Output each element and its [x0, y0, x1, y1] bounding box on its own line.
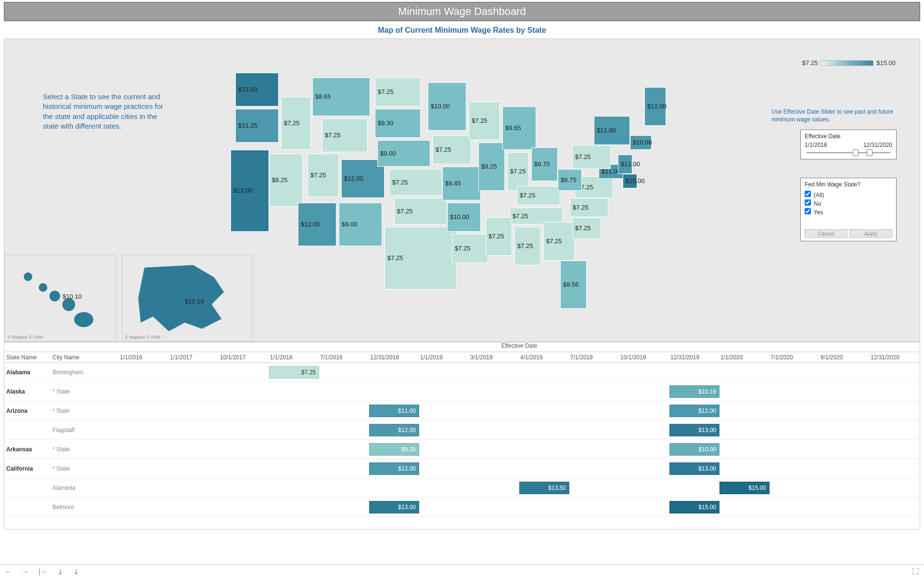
state-oregon[interactable] — [235, 109, 279, 143]
state-north-carolina[interactable] — [570, 198, 608, 217]
state-cell: Arizona — [4, 407, 51, 414]
date-header-cell: 1/1/2019 — [419, 354, 469, 361]
filter-option-yes[interactable]: Yes — [805, 208, 892, 216]
filter-option-no[interactable]: No — [805, 199, 892, 207]
fullscreen-icon[interactable]: ⛶ — [912, 567, 919, 576]
date-header-cell: 7/1/2019 — [569, 354, 619, 361]
wage-bar[interactable]: $13.00 — [669, 424, 719, 436]
wage-bar[interactable]: $10.19 — [669, 385, 719, 398]
city-cell: * State — [51, 388, 119, 395]
date-header-cell: 7/1/2020 — [770, 354, 820, 361]
wage-bar[interactable]: $11.00 — [369, 405, 419, 417]
state-kansas[interactable] — [389, 169, 442, 196]
table-row[interactable]: AlabamaBirmingham$7.25 — [4, 363, 920, 382]
slider-handle-right[interactable] — [867, 149, 873, 156]
wage-bar[interactable]: $7.25 — [269, 366, 319, 379]
svg-point-2 — [50, 290, 60, 301]
checkbox-yes[interactable] — [805, 208, 811, 214]
state-pennsylvania[interactable] — [572, 145, 611, 169]
state-wyoming[interactable] — [322, 118, 368, 152]
state-georgia[interactable] — [543, 222, 575, 261]
wage-bar[interactable]: $12.00 — [369, 424, 419, 436]
checkbox-all[interactable] — [805, 191, 811, 197]
state-kentucky[interactable] — [517, 186, 560, 205]
state-arkansas[interactable] — [447, 203, 481, 232]
nav-forward-icon[interactable]: → — [22, 567, 29, 576]
wage-bar[interactable]: $12.00 — [369, 462, 419, 475]
effective-date-slider[interactable]: Effective Date 1/1/2016 12/31/2020 — [800, 130, 897, 159]
wage-bar[interactable]: $13.50 — [519, 482, 569, 494]
state-california[interactable] — [231, 150, 269, 232]
wage-bar[interactable]: $15.00 — [669, 501, 719, 513]
date-header-cell: 7/1/2018 — [319, 354, 369, 361]
state-minnesota[interactable] — [428, 82, 466, 131]
state-missouri[interactable] — [442, 167, 481, 200]
inset-hawaii[interactable]: $10.10 © Mapbox © OSM — [4, 255, 116, 342]
state-washington[interactable] — [235, 73, 279, 106]
state-nevada[interactable] — [269, 154, 303, 207]
state-texas[interactable] — [385, 227, 457, 289]
state-montana[interactable] — [312, 78, 370, 116]
download-icon[interactable]: ⤓ — [57, 567, 64, 576]
state-iowa[interactable] — [433, 135, 471, 164]
table-row[interactable]: Belmont$13.00$15.00 — [4, 498, 920, 517]
table-row[interactable]: Arizona* State$11.00$12.00 — [4, 401, 920, 420]
state-mississippi[interactable] — [486, 217, 512, 256]
bars-area: $12.00$13.00 — [119, 420, 920, 439]
city-cell: Birmingham — [51, 369, 119, 376]
state-oklahoma[interactable] — [394, 198, 447, 224]
table-row[interactable]: California* State$12.00$13.00 — [4, 459, 920, 478]
table-row[interactable]: Alaska* State$10.19 — [4, 382, 920, 401]
inset-alaska[interactable]: $10.19 © Mapbox © OSM — [122, 255, 253, 342]
bars-area: $12.00$13.00 — [119, 459, 920, 478]
wage-bar[interactable]: $10.00 — [669, 443, 719, 456]
timeline-grid[interactable]: Effective Date State Name City Name 1/1/… — [4, 342, 920, 530]
state-south-carolina[interactable] — [572, 217, 601, 239]
grid-rows[interactable]: AlabamaBirmingham$7.25Alaska* State$10.1… — [4, 363, 920, 517]
wage-bar[interactable]: $13.00 — [669, 462, 719, 475]
state-arizona[interactable] — [298, 203, 336, 246]
state-indiana[interactable] — [507, 152, 529, 191]
wage-bar[interactable]: $13.00 — [369, 501, 419, 513]
state-maine[interactable] — [644, 87, 666, 126]
wage-bar[interactable]: $9.25 — [369, 443, 419, 456]
map-panel[interactable]: Select a State to see the current and hi… — [4, 39, 920, 342]
table-row[interactable]: Arkansas* State$9.25$10.00 — [4, 440, 920, 459]
map-subtitle: Map of Current Minimum Wage Rates by Sta… — [0, 21, 924, 39]
state-new-jersey[interactable] — [618, 155, 632, 174]
nav-first-icon[interactable]: |← — [38, 567, 48, 576]
wage-bar[interactable]: $12.00 — [669, 405, 719, 417]
nav-back-icon[interactable]: ← — [5, 567, 12, 576]
state-ohio[interactable] — [531, 147, 558, 181]
state-new-mexico[interactable] — [339, 203, 382, 246]
state-south-dakota[interactable] — [375, 109, 421, 138]
state-connecticut[interactable] — [630, 135, 652, 150]
cancel-button[interactable]: Cancel — [805, 229, 847, 238]
apply-button[interactable]: Apply — [849, 229, 892, 238]
state-michigan[interactable] — [502, 106, 536, 150]
state-north-dakota[interactable] — [375, 78, 421, 106]
fed-min-wage-filter[interactable]: Fed Min Wage State? (All) No Yes Cancel … — [800, 178, 897, 241]
checkbox-no[interactable] — [805, 199, 811, 206]
slider-handle-left[interactable] — [853, 149, 859, 156]
state-alabama[interactable] — [514, 227, 541, 265]
state-idaho[interactable] — [281, 97, 311, 150]
state-west-virginia[interactable] — [558, 169, 582, 191]
state-new-york[interactable] — [594, 116, 630, 145]
state-nebraska[interactable] — [377, 140, 430, 167]
filter-option-all[interactable]: (All) — [805, 191, 892, 198]
table-row[interactable]: Flagstaff$12.00$13.00 — [4, 420, 920, 440]
state-delaware[interactable] — [623, 174, 637, 188]
table-row[interactable]: Alameda$13.50$15.00 — [4, 478, 920, 498]
wage-bar[interactable]: $15.00 — [719, 482, 770, 494]
state-louisiana[interactable] — [452, 234, 488, 263]
state-wisconsin[interactable] — [469, 102, 500, 140]
bars-area: $10.19 — [119, 382, 920, 401]
state-illinois[interactable] — [478, 143, 505, 191]
download2-icon[interactable]: ⤓ — [73, 567, 79, 576]
state-utah[interactable] — [308, 154, 339, 197]
slider-track[interactable] — [807, 152, 890, 153]
svg-point-4 — [74, 312, 93, 327]
state-florida[interactable] — [560, 261, 587, 309]
bars-area: $13.00$15.00 — [119, 498, 920, 516]
